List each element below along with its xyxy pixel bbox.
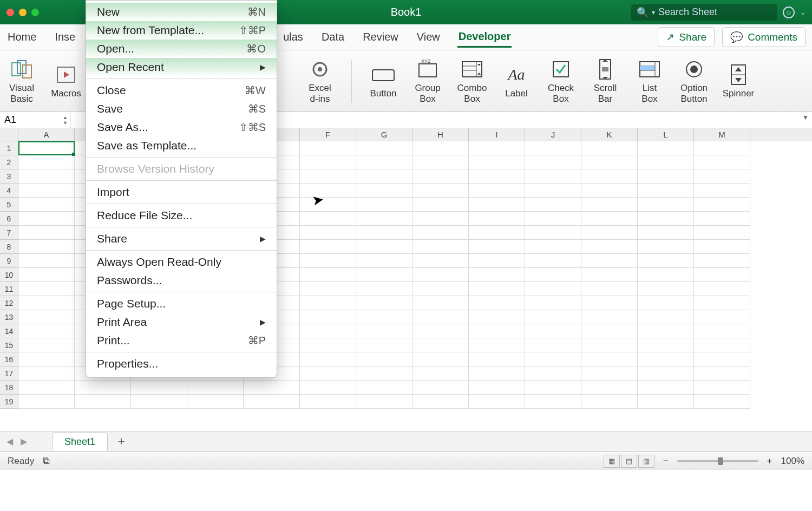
sheet-nav-prev[interactable]: ◀	[4, 436, 15, 447]
spinner-control[interactable]: Spinner	[722, 63, 755, 99]
cell[interactable]	[300, 226, 356, 240]
cell[interactable]	[300, 352, 356, 366]
cell[interactable]	[638, 366, 694, 381]
cell[interactable]	[18, 169, 75, 184]
cell[interactable]	[18, 254, 75, 268]
column-header[interactable]: A	[18, 128, 75, 141]
cell[interactable]	[469, 226, 525, 240]
cell[interactable]	[638, 141, 694, 155]
cell[interactable]	[694, 324, 750, 338]
cell[interactable]	[356, 268, 412, 282]
cell[interactable]	[356, 282, 412, 296]
close-window-button[interactable]	[6, 9, 14, 16]
cell[interactable]	[187, 395, 244, 409]
cell[interactable]	[300, 254, 356, 268]
cell[interactable]	[412, 310, 469, 324]
cell[interactable]	[18, 338, 75, 352]
cell[interactable]	[525, 338, 581, 352]
cell[interactable]	[581, 324, 638, 338]
cell[interactable]	[18, 212, 75, 226]
cell[interactable]	[694, 366, 750, 381]
cell[interactable]	[412, 296, 469, 310]
row-header[interactable]: 3	[0, 169, 18, 184]
cell[interactable]	[18, 366, 75, 381]
menu-print-area[interactable]: Print Area▶	[86, 313, 277, 331]
menu-reduce-file-size[interactable]: Reduce File Size...	[86, 206, 277, 225]
feedback-chevron-icon[interactable]: ⌄	[800, 9, 806, 16]
cell[interactable]	[300, 169, 356, 184]
cell[interactable]	[356, 155, 412, 169]
cell[interactable]	[300, 296, 356, 310]
cell[interactable]	[581, 381, 638, 395]
cell[interactable]	[581, 198, 638, 212]
cell[interactable]	[469, 240, 525, 254]
row-header[interactable]: 9	[0, 254, 18, 268]
cell[interactable]	[356, 254, 412, 268]
tab-review[interactable]: Review	[362, 28, 400, 47]
cell[interactable]	[581, 169, 638, 184]
cell[interactable]	[638, 268, 694, 282]
cell[interactable]	[18, 352, 75, 366]
zoom-level[interactable]: 100%	[781, 456, 804, 467]
menu-open[interactable]: Open...⌘O	[86, 40, 277, 58]
cell[interactable]	[356, 240, 412, 254]
cell[interactable]	[412, 268, 469, 282]
menu-new[interactable]: New⌘N	[86, 3, 277, 21]
cell[interactable]	[638, 226, 694, 240]
cell[interactable]	[694, 310, 750, 324]
cell[interactable]	[412, 226, 469, 240]
cell[interactable]	[469, 282, 525, 296]
cell[interactable]	[581, 296, 638, 310]
cell[interactable]	[581, 226, 638, 240]
cell[interactable]	[412, 338, 469, 352]
cell[interactable]	[525, 282, 581, 296]
cell[interactable]	[694, 212, 750, 226]
tab-home[interactable]: Home	[6, 28, 37, 47]
cell[interactable]	[525, 268, 581, 282]
tab-insert-partial[interactable]: Inse	[54, 28, 76, 47]
cell[interactable]	[638, 395, 694, 409]
view-page-break-button[interactable]: ▥	[638, 455, 654, 468]
cell[interactable]	[469, 155, 525, 169]
cell[interactable]	[75, 395, 131, 409]
menu-save-as-template[interactable]: Save as Template...	[86, 136, 277, 155]
cell[interactable]	[469, 310, 525, 324]
cell[interactable]	[525, 366, 581, 381]
cell[interactable]	[356, 141, 412, 155]
row-header[interactable]: 4	[0, 184, 18, 198]
cell[interactable]	[300, 282, 356, 296]
cell[interactable]	[581, 395, 638, 409]
cell[interactable]	[412, 366, 469, 381]
menu-new-from-template[interactable]: New from Template...⇧⌘P	[86, 21, 277, 40]
tab-formulas-partial[interactable]: ulas	[282, 28, 304, 47]
cell[interactable]	[638, 198, 694, 212]
menu-always-open-read-only[interactable]: Always Open Read-Only	[86, 253, 277, 271]
cell[interactable]	[412, 184, 469, 198]
macro-record-icon[interactable]: ⧉	[43, 455, 50, 467]
group-box-control[interactable]: XYZ Group Box	[411, 58, 444, 104]
cell[interactable]	[525, 184, 581, 198]
cell[interactable]	[412, 381, 469, 395]
cell[interactable]	[638, 338, 694, 352]
cell[interactable]	[469, 366, 525, 381]
cell[interactable]	[694, 184, 750, 198]
cell[interactable]	[525, 240, 581, 254]
cell[interactable]	[581, 184, 638, 198]
cell[interactable]	[581, 240, 638, 254]
cell[interactable]	[356, 169, 412, 184]
cell[interactable]	[525, 254, 581, 268]
cell[interactable]	[638, 240, 694, 254]
cell[interactable]	[694, 352, 750, 366]
cell[interactable]	[525, 155, 581, 169]
menu-page-setup[interactable]: Page Setup...	[86, 294, 277, 313]
cell[interactable]	[581, 254, 638, 268]
cell[interactable]	[638, 324, 694, 338]
cell[interactable]	[469, 254, 525, 268]
column-header[interactable]: H	[412, 128, 469, 141]
cell[interactable]	[412, 324, 469, 338]
cell[interactable]	[638, 212, 694, 226]
cell[interactable]	[356, 395, 412, 409]
cell[interactable]	[694, 198, 750, 212]
cell[interactable]	[525, 169, 581, 184]
cell[interactable]	[356, 338, 412, 352]
